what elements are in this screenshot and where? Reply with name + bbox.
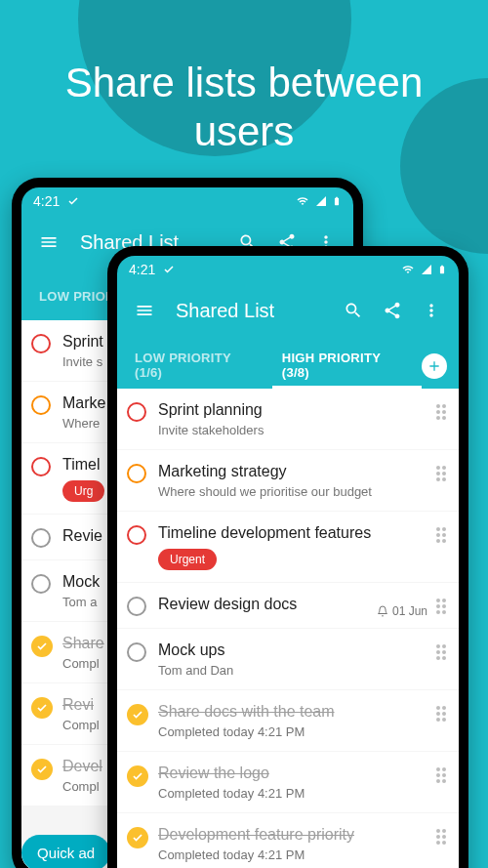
check-icon bbox=[36, 702, 48, 714]
check-icon bbox=[36, 764, 48, 775]
task-checkbox[interactable] bbox=[31, 395, 51, 415]
task-subtitle: Where should we prioritise our budget bbox=[158, 484, 431, 499]
share-icon bbox=[383, 301, 402, 320]
task-checkbox[interactable] bbox=[127, 642, 146, 662]
drag-handle[interactable] bbox=[431, 706, 451, 722]
task-checkbox[interactable] bbox=[127, 464, 146, 483]
bell-icon bbox=[377, 605, 388, 617]
task-item[interactable]: Mock upsTom and Dan bbox=[117, 629, 459, 689]
status-bar: 4:21 bbox=[117, 256, 459, 281]
status-time: 4:21 bbox=[33, 193, 60, 209]
task-title: Sprint planning bbox=[158, 400, 431, 421]
task-item[interactable]: Sprint planningInvite stakeholders bbox=[117, 389, 459, 449]
task-tag: Urg bbox=[62, 480, 104, 502]
task-checkbox[interactable] bbox=[31, 457, 51, 476]
task-title: Share docs with the team bbox=[158, 702, 431, 723]
task-complete-icon[interactable] bbox=[127, 827, 148, 848]
task-item[interactable]: Timeline development featuresUrgent bbox=[117, 512, 459, 583]
task-subtitle: Invite stakeholders bbox=[158, 423, 431, 437]
drag-handle[interactable] bbox=[431, 644, 451, 660]
signal-icon bbox=[420, 264, 433, 275]
task-complete-icon[interactable] bbox=[31, 697, 53, 719]
status-bar: 4:21 bbox=[21, 187, 353, 213]
drag-handle[interactable] bbox=[431, 767, 451, 783]
task-title: Mock ups bbox=[158, 641, 431, 661]
task-subtitle: Tom and Dan bbox=[158, 663, 431, 678]
tab-high-priority[interactable]: HIGH PRIORITY (3/8) bbox=[272, 344, 422, 389]
menu-button[interactable] bbox=[125, 291, 164, 330]
task-reminder: 01 Jun bbox=[377, 604, 427, 618]
wifi-icon bbox=[295, 195, 310, 207]
check-icon bbox=[67, 195, 79, 207]
task-checkbox[interactable] bbox=[127, 597, 146, 616]
task-subtitle: Completed today 4:21 PM bbox=[158, 724, 431, 739]
task-title: Marketing strategy bbox=[158, 462, 431, 482]
overflow-button[interactable] bbox=[412, 291, 451, 330]
task-checkbox[interactable] bbox=[127, 402, 146, 422]
task-checkbox[interactable] bbox=[31, 334, 51, 353]
search-icon bbox=[344, 301, 363, 320]
hamburger-icon bbox=[135, 301, 154, 320]
drag-handle[interactable] bbox=[431, 466, 451, 481]
task-subtitle: Completed today 4:21 PM bbox=[158, 847, 431, 862]
add-tab-button[interactable] bbox=[422, 353, 447, 379]
menu-button[interactable] bbox=[29, 223, 68, 262]
search-button[interactable] bbox=[334, 291, 373, 330]
hamburger-icon bbox=[39, 232, 59, 252]
task-item[interactable]: Development feature priorityCompleted to… bbox=[117, 813, 459, 868]
quick-add-button[interactable]: Quick ad bbox=[21, 835, 110, 868]
task-checkbox[interactable] bbox=[127, 525, 146, 545]
task-complete-icon[interactable] bbox=[127, 704, 148, 725]
check-icon bbox=[132, 709, 143, 721]
task-tag: Urgent bbox=[158, 549, 217, 570]
task-title: Review the logo bbox=[158, 764, 431, 784]
plus-icon bbox=[427, 358, 442, 374]
task-checkbox[interactable] bbox=[31, 528, 51, 548]
check-icon bbox=[132, 770, 143, 782]
task-item[interactable]: Marketing strategyWhere should we priori… bbox=[117, 450, 459, 511]
task-complete-icon[interactable] bbox=[31, 636, 53, 657]
task-checkbox[interactable] bbox=[31, 574, 51, 594]
tabs: LOW PRIORITY (1/6) HIGH PRIORITY (3/8) bbox=[117, 344, 459, 389]
page-title: Shared List bbox=[176, 300, 334, 322]
task-complete-icon[interactable] bbox=[31, 759, 53, 780]
signal-icon bbox=[314, 195, 328, 207]
drag-handle[interactable] bbox=[431, 829, 451, 845]
check-icon bbox=[132, 832, 143, 844]
task-subtitle: Completed today 4:21 PM bbox=[158, 786, 431, 801]
tab-low-priority[interactable]: LOW PRIORITY (1/6) bbox=[125, 344, 272, 389]
phone-mockup-front: 4:21 Shared List LO bbox=[107, 246, 468, 868]
check-icon bbox=[163, 264, 175, 275]
drag-handle[interactable] bbox=[431, 527, 451, 543]
drag-handle[interactable] bbox=[431, 404, 451, 420]
status-time: 4:21 bbox=[129, 262, 155, 277]
battery-icon bbox=[332, 194, 342, 208]
task-item[interactable]: Review the logoCompleted today 4:21 PM bbox=[117, 752, 459, 812]
share-button[interactable] bbox=[373, 291, 412, 330]
task-item[interactable]: Review design docs 01 Jun bbox=[117, 583, 459, 628]
task-complete-icon[interactable] bbox=[127, 765, 148, 787]
app-bar: Shared List bbox=[117, 281, 459, 344]
task-list: Sprint planningInvite stakeholders Marke… bbox=[117, 389, 459, 868]
wifi-icon bbox=[400, 264, 416, 275]
task-item[interactable]: Share docs with the teamCompleted today … bbox=[117, 690, 459, 751]
check-icon bbox=[36, 641, 48, 652]
more-vert-icon bbox=[422, 301, 441, 320]
hero-heading: Share lists between users bbox=[0, 59, 488, 157]
battery-icon bbox=[437, 263, 447, 276]
task-title: Timeline development features bbox=[158, 523, 431, 544]
drag-handle[interactable] bbox=[431, 599, 451, 614]
task-title: Development feature priority bbox=[158, 825, 431, 846]
